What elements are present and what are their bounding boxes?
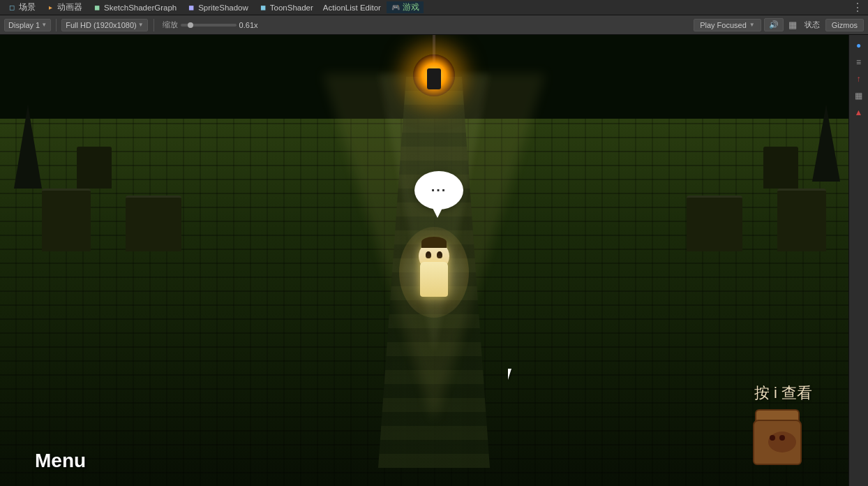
animator-icon: ▸ [45, 3, 55, 13]
scale-area: 缩放 0.61x [163, 20, 258, 30]
grave-left-1 [42, 189, 91, 251]
game-scene: ··· Menu 按 i 查看 ● [0, 35, 868, 486]
player-character [413, 241, 455, 304]
spriteshadow-icon: ◼ [186, 3, 196, 13]
collab-icon[interactable]: ● [851, 38, 867, 53]
bag-icon [749, 409, 812, 465]
bag-body [753, 420, 802, 465]
menu-item-spriteshadow-label: SpriteShadow [198, 3, 248, 12]
layers-icon[interactable]: ≡ [851, 54, 867, 70]
toolbar: Display 1 ▼ Full HD (1920x1080) ▼ 缩放 0.6… [0, 15, 868, 35]
gizmos-label: Gizmos [832, 21, 858, 29]
menu-item-game-label: 游戏 [403, 2, 419, 13]
menu-item-toonshader-label: ToonShader [270, 3, 313, 12]
character-hair [421, 237, 447, 248]
play-focused-chevron-icon: ▼ [749, 22, 755, 28]
menu-item-sketchshadergraph[interactable]: ◼ SketchShaderGraph [88, 2, 181, 13]
grave-right-2 [687, 196, 742, 251]
mute-button[interactable]: 🔊 [764, 18, 784, 31]
menu-item-scene-label: 场景 [19, 2, 36, 13]
menu-item-scene[interactable]: ◻ 场景 [3, 1, 40, 13]
bottom-right-ui: 按 i 查看 [749, 383, 812, 465]
more-options-icon[interactable]: ⋮ [850, 0, 865, 15]
scale-value: 0.61x [239, 21, 258, 29]
sketchshadergraph-icon: ◼ [92, 3, 102, 13]
grave-left-2 [126, 196, 181, 251]
play-focused-area: Play Focused ▼ 🔊 ▦ 状态 Gizmos [694, 18, 864, 31]
lantern-body [427, 68, 441, 89]
history-icon[interactable]: ↑ [851, 71, 867, 87]
speech-bubble-dots: ··· [431, 182, 447, 198]
menu-item-actionlist[interactable]: ActionList Editor [319, 3, 385, 13]
scale-thumb [188, 22, 193, 28]
bag-eye-left [770, 435, 775, 441]
toolbar-separator-2 [154, 19, 154, 31]
resolution-label: Full HD (1920x1080) [66, 21, 137, 29]
bag-eye-right [779, 435, 785, 441]
resolution-chevron-icon: ▼ [138, 22, 144, 28]
speech-bubble: ··· [414, 171, 463, 209]
scale-slider[interactable] [181, 24, 237, 27]
menu-item-spriteshadow[interactable]: ◼ SpriteShadow [182, 2, 253, 13]
menu-item-actionlist-label: ActionList Editor [323, 3, 381, 12]
toonshader-icon: ◼ [258, 3, 268, 13]
resolution-dropdown[interactable]: Full HD (1920x1080) ▼ [61, 19, 147, 31]
game-icon: 🎮 [391, 3, 401, 13]
stats-icon[interactable]: ▦ [786, 19, 799, 31]
play-focused-label: Play Focused [700, 21, 747, 29]
status-label: 状态 [802, 20, 823, 30]
grave-far-left [77, 147, 112, 189]
character-eye-left [426, 251, 431, 258]
display-chevron-icon: ▼ [41, 22, 47, 28]
menu-item-game[interactable]: 🎮 游戏 [387, 1, 424, 13]
menu-item-toonshader[interactable]: ◼ ToonShader [254, 2, 317, 13]
game-viewport[interactable]: ··· Menu 按 i 查看 ● [0, 35, 868, 486]
menu-item-animator-label: 动画器 [57, 2, 82, 13]
character-body [420, 262, 448, 297]
mute-icon: 🔊 [769, 20, 779, 29]
toolbar-separator-1 [56, 19, 57, 31]
menu-item-sketchshadergraph-label: SketchShaderGraph [104, 3, 177, 12]
arrow-up-icon[interactable]: ▲ [851, 105, 867, 120]
menu-label: Menu [35, 450, 86, 472]
top-menu-bar: ◻ 场景 ▸ 动画器 ◼ SketchShaderGraph ◼ SpriteS… [0, 0, 868, 15]
gizmos-button[interactable]: Gizmos [825, 19, 864, 31]
info-text: 按 i 查看 [754, 383, 812, 404]
play-focused-button[interactable]: Play Focused ▼ [694, 19, 761, 31]
display-dropdown[interactable]: Display 1 ▼ [4, 19, 51, 31]
menu-item-animator[interactable]: ▸ 动画器 [41, 1, 87, 13]
grave-right-1 [777, 189, 826, 251]
scene-icon: ◻ [7, 3, 17, 13]
display-label: Display 1 [8, 21, 40, 29]
right-side-panel: ● ≡ ↑ ▦ ▲ [848, 35, 868, 486]
character-eye-right [437, 251, 442, 258]
scale-label: 缩放 [163, 20, 178, 30]
grave-far-right [763, 147, 798, 189]
bookmark-icon[interactable]: ▦ [851, 88, 867, 103]
